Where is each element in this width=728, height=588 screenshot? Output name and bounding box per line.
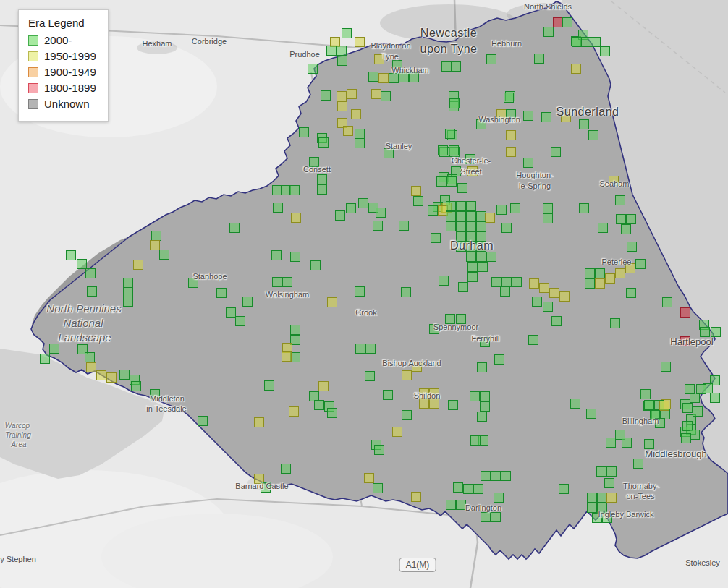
era-square-1800-1899[interactable] [553,17,563,27]
era-square-2000s[interactable] [318,137,329,148]
era-square-2000s[interactable] [449,145,459,155]
era-square-2000s[interactable] [446,211,456,221]
era-square-1950-1999[interactable] [364,473,374,483]
map-canvas[interactable]: HexhamCorbridgePrudhoeNewcastleupon Tyne… [0,0,728,588]
era-square-2000s[interactable] [159,250,169,260]
era-square-2000s[interactable] [635,259,646,269]
era-square-2000s[interactable] [446,221,456,231]
era-square-2000s[interactable] [588,130,598,140]
era-square-2000s[interactable] [466,231,476,242]
era-square-2000s[interactable] [523,111,533,121]
era-square-2000s[interactable] [477,412,487,422]
era-square-1950-1999[interactable] [318,381,329,391]
era-square-2000s[interactable] [693,406,703,417]
era-square-2000s[interactable] [595,268,605,278]
era-square-2000s[interactable] [309,157,319,167]
era-square-2000s[interactable] [602,513,612,523]
era-square-2000s[interactable] [467,262,478,272]
era-square-2000s[interactable] [242,297,253,307]
era-square-1950-1999[interactable] [327,297,337,307]
era-square-2000s[interactable] [585,278,595,289]
era-square-2000s[interactable] [448,400,458,410]
era-square-1950-1999[interactable] [429,388,439,399]
era-square-2000s[interactable] [314,400,324,410]
era-square-2000s[interactable] [226,307,236,318]
era-square-2000s[interactable] [289,185,300,195]
era-square-1950-1999[interactable] [419,399,429,409]
era-square-2000s[interactable] [685,384,695,394]
era-square-2000s[interactable] [480,391,490,401]
era-square-2000s[interactable] [438,145,448,155]
era-square-2000s[interactable] [49,344,59,354]
era-square-2000s[interactable] [476,119,486,129]
era-square-2000s[interactable] [271,250,282,260]
era-square-2000s[interactable] [235,316,245,326]
era-square-2000s[interactable] [528,335,538,345]
era-square-2000s[interactable] [570,399,580,409]
era-square-2000s[interactable] [596,466,606,477]
era-square-2000s[interactable] [591,37,601,47]
era-square-2000s[interactable] [604,478,614,488]
era-square-2000s[interactable] [690,393,700,403]
era-square-2000s[interactable] [264,380,274,391]
era-square-2000s[interactable] [409,72,419,82]
era-square-2000s[interactable] [551,316,562,326]
era-square-2000s[interactable] [626,288,636,298]
era-square-2000s[interactable] [610,318,620,328]
era-square-1950-1999[interactable] [347,89,357,99]
era-square-2000s[interactable] [429,324,439,334]
era-square-2000s[interactable] [587,493,597,503]
era-square-2000s[interactable] [463,484,473,494]
era-square-2000s[interactable] [480,401,490,412]
era-square-2000s[interactable] [532,297,542,307]
era-square-2000s[interactable] [661,362,671,372]
era-square-1950-1999[interactable] [561,112,571,122]
era-square-2000s[interactable] [682,403,693,413]
era-square-2000s[interactable] [150,389,160,399]
era-square-2000s[interactable] [290,252,300,262]
era-square-2000s[interactable] [40,354,50,364]
era-square-2000s[interactable] [496,205,507,215]
era-square-1950-1999[interactable] [374,54,384,64]
era-square-2000s[interactable] [456,314,466,324]
era-square-2000s[interactable] [616,214,626,224]
era-square-2000s[interactable] [615,195,625,205]
era-square-2000s[interactable] [456,500,466,510]
era-square-2000s[interactable] [355,286,365,297]
era-square-1950-1999[interactable] [605,273,615,284]
era-square-2000s[interactable] [290,325,300,335]
era-square-2000s[interactable] [606,438,616,448]
era-square-2000s[interactable] [123,297,133,307]
era-square-1950-1999[interactable] [343,126,353,136]
era-square-2000s[interactable] [655,418,665,428]
era-square-2000s[interactable] [579,203,589,213]
era-square-2000s[interactable] [453,482,463,493]
era-square-2000s[interactable] [123,287,133,297]
era-square-2000s[interactable] [368,72,378,82]
era-square-2000s[interactable] [456,242,466,252]
era-square-2000s[interactable] [431,233,441,243]
era-square-2000s[interactable] [477,362,487,372]
era-square-2000s[interactable] [392,60,402,70]
era-square-2000s[interactable] [272,277,282,287]
era-square-2000s[interactable] [481,471,491,481]
era-square-2000s[interactable] [449,98,460,108]
era-square-2000s[interactable] [466,242,476,252]
era-square-2000s[interactable] [374,445,384,455]
era-square-2000s[interactable] [626,214,636,224]
era-square-2000s[interactable] [644,400,654,410]
era-square-1950-1999[interactable] [539,283,549,293]
era-square-2000s[interactable] [446,176,457,187]
era-square-1950-1999[interactable] [595,278,605,289]
era-square-2000s[interactable] [476,221,486,231]
era-square-2000s[interactable] [662,297,672,307]
era-square-2000s[interactable] [456,201,466,211]
era-square-2000s[interactable] [534,54,544,64]
era-square-2000s[interactable] [365,344,376,354]
era-square-1950-1999[interactable] [289,406,299,417]
era-square-2000s[interactable] [501,277,512,287]
era-square-2000s[interactable] [383,390,393,400]
era-square-1950-1999[interactable] [429,399,439,409]
era-square-1950-1999[interactable] [506,147,516,157]
era-square-2000s[interactable] [486,252,496,262]
